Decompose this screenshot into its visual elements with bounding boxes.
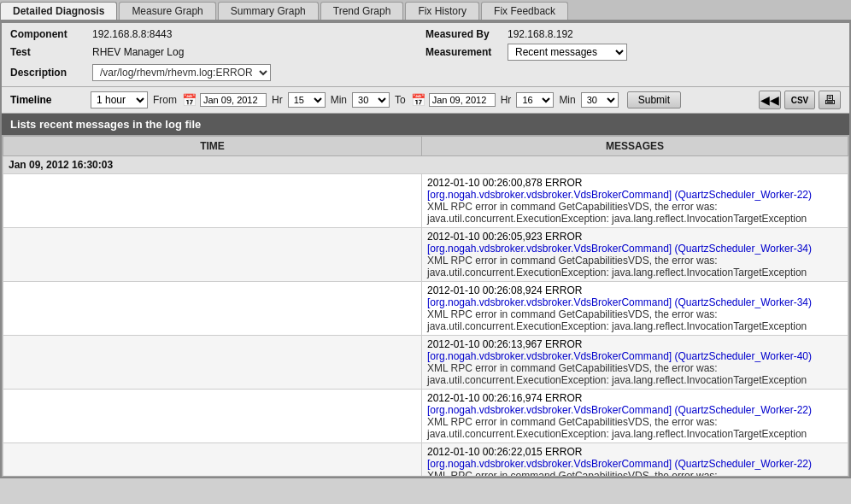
table-row: 2012-01-10 00:26:22,015 ERROR[org.nogah.… [3, 443, 848, 478]
message-cell: 2012-01-10 00:26:00,878 ERROR[org.nogah.… [422, 174, 848, 228]
csv-icon-button[interactable]: CSV [784, 91, 815, 109]
component-row: Component 192.168.8.8:8443 [10, 28, 426, 40]
to-label: To [395, 94, 406, 106]
to-calendar-icon[interactable]: 📅 [411, 93, 426, 107]
tab-detailed-diagnosis[interactable]: Detailed Diagnosis [0, 2, 117, 20]
tab-measure-graph[interactable]: Measure Graph [119, 2, 215, 20]
section-header: Lists recent messages in the log file [2, 114, 849, 135]
tab-fix-history[interactable]: Fix History [405, 2, 479, 20]
from-label: From [153, 94, 177, 106]
table-row: 2012-01-10 00:26:08,924 ERROR[org.nogah.… [3, 282, 848, 336]
timeline-period-select[interactable]: 1 hour 2 hours 6 hours 1 day [91, 91, 148, 108]
tab-trend-graph[interactable]: Trend Graph [320, 2, 404, 20]
to-date-input[interactable] [429, 93, 496, 107]
test-value: RHEV Manager Log [92, 46, 184, 58]
from-calendar-icon[interactable]: 📅 [182, 93, 197, 107]
table-row: 2012-01-10 00:26:16,974 ERROR[org.nogah.… [3, 390, 848, 443]
time-cell [3, 336, 422, 390]
from-min-select[interactable]: 30 00 [352, 92, 390, 108]
date-group-row: Jan 09, 2012 16:30:03 [3, 156, 848, 174]
message-cell: 2012-01-10 00:26:16,974 ERROR[org.nogah.… [422, 390, 848, 443]
measured-by-value: 192.168.8.192 [508, 28, 573, 40]
min-label-to: Min [559, 94, 575, 106]
description-row: Description /var/log/rhevm/rhevm.log:ERR… [10, 64, 426, 81]
measurement-label: Measurement [426, 46, 502, 58]
component-value: 192.168.8.8:8443 [92, 28, 172, 40]
table-row: 2012-01-10 00:26:13,967 ERROR[org.nogah.… [3, 336, 848, 390]
message-cell: 2012-01-10 00:26:22,015 ERROR[org.nogah.… [422, 443, 848, 478]
component-label: Component [10, 28, 87, 40]
print-icon-button[interactable]: 🖶 [819, 91, 841, 109]
description-label: Description [10, 67, 87, 79]
main-panel: Component 192.168.8.8:8443 Measured By 1… [0, 21, 851, 478]
min-label-from: Min [331, 94, 347, 106]
time-cell [3, 228, 422, 282]
table-row: 2012-01-10 00:26:00,878 ERROR[org.nogah.… [3, 174, 848, 228]
prev-icon-button[interactable]: ◀◀ [759, 91, 781, 109]
info-grid: Component 192.168.8.8:8443 Measured By 1… [2, 23, 849, 87]
message-cell: 2012-01-10 00:26:13,967 ERROR[org.nogah.… [422, 336, 848, 390]
from-date-input[interactable] [200, 93, 267, 107]
table-container[interactable]: TIME MESSAGES Jan 09, 2012 16:30:03 2012… [2, 135, 849, 477]
submit-button[interactable]: Submit [627, 91, 681, 108]
time-cell [3, 174, 422, 228]
time-cell [3, 443, 422, 478]
message-cell: 2012-01-10 00:26:08,924 ERROR[org.nogah.… [422, 282, 848, 336]
test-row: Test RHEV Manager Log [10, 44, 426, 61]
time-cell [3, 390, 422, 443]
timeline-row: Timeline 1 hour 2 hours 6 hours 1 day Fr… [2, 87, 849, 114]
measured-by-row: Measured By 192.168.8.192 [426, 28, 841, 40]
timeline-label: Timeline [10, 94, 87, 106]
description-select[interactable]: /var/log/rhevm/rhevm.log:ERROR [92, 64, 271, 81]
hr-label-to: Hr [501, 94, 512, 106]
hr-label-from: Hr [272, 94, 283, 106]
table-row: 2012-01-10 00:26:05,923 ERROR[org.nogah.… [3, 228, 848, 282]
from-hr-select[interactable]: 15 16 [288, 92, 326, 108]
col-messages: MESSAGES [422, 137, 848, 156]
test-label: Test [10, 46, 87, 58]
tab-fix-feedback[interactable]: Fix Feedback [481, 2, 568, 20]
time-cell [3, 282, 422, 336]
measurement-row: Measurement Recent messages [426, 44, 841, 61]
to-hr-select[interactable]: 16 17 [516, 92, 554, 108]
measured-by-label: Measured By [426, 28, 502, 40]
tab-summary-graph[interactable]: Summary Graph [218, 2, 319, 20]
col-time: TIME [3, 137, 422, 156]
to-min-select[interactable]: 30 00 [581, 92, 619, 108]
data-table: TIME MESSAGES Jan 09, 2012 16:30:03 2012… [3, 136, 848, 477]
date-group-value: Jan 09, 2012 16:30:03 [3, 156, 848, 174]
tab-bar: Detailed Diagnosis Measure Graph Summary… [0, 0, 851, 21]
message-cell: 2012-01-10 00:26:05,923 ERROR[org.nogah.… [422, 228, 848, 282]
measurement-select[interactable]: Recent messages [508, 44, 627, 61]
